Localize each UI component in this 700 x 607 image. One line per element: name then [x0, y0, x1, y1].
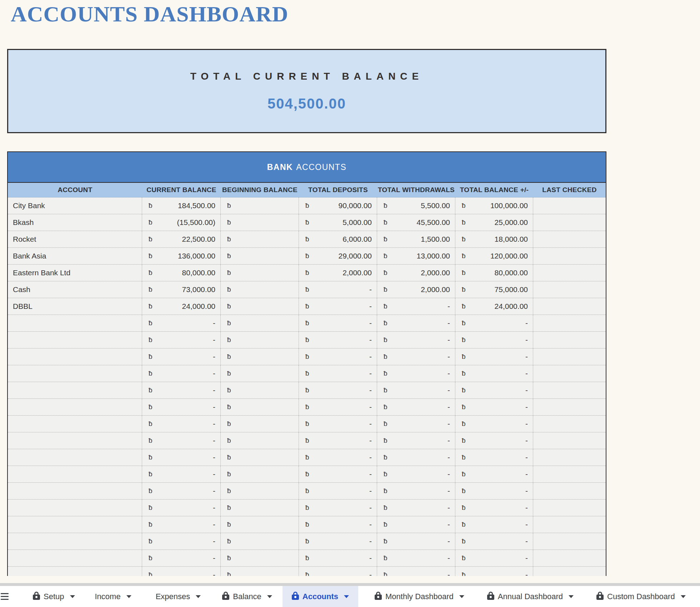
total-withdrawals-cell[interactable]: ƀ- [377, 315, 455, 331]
beginning-balance-cell[interactable]: ƀ [221, 382, 299, 398]
beginning-balance-cell[interactable]: ƀ [221, 466, 299, 482]
total-withdrawals-cell[interactable]: ƀ2,000.00 [377, 281, 455, 298]
last-checked-cell[interactable] [533, 500, 606, 516]
total-balance-cell[interactable]: ƀ- [455, 416, 533, 432]
account-cell[interactable]: Cash [8, 281, 142, 298]
last-checked-cell[interactable] [533, 248, 606, 264]
last-checked-cell[interactable] [533, 332, 606, 348]
total-deposits-cell[interactable]: ƀ- [299, 500, 377, 516]
account-cell[interactable] [8, 348, 142, 365]
total-deposits-cell[interactable]: ƀ90,000.00 [299, 197, 377, 214]
total-deposits-cell[interactable]: ƀ2,000.00 [299, 265, 377, 281]
current-balance-cell[interactable]: ƀ22,500.00 [142, 231, 221, 247]
tab-income[interactable]: Income [94, 586, 133, 607]
total-withdrawals-cell[interactable]: ƀ- [377, 500, 455, 516]
total-withdrawals-cell[interactable]: ƀ5,500.00 [377, 197, 455, 214]
beginning-balance-cell[interactable]: ƀ [221, 432, 299, 449]
total-deposits-cell[interactable]: ƀ- [299, 483, 377, 499]
tab-custom-dashboard[interactable]: Custom Dashboard [595, 586, 687, 607]
account-cell[interactable] [8, 516, 142, 533]
account-cell[interactable]: Rocket [8, 231, 142, 247]
total-withdrawals-cell[interactable]: ƀ13,000.00 [377, 248, 455, 264]
total-deposits-cell[interactable]: ƀ- [299, 432, 377, 449]
last-checked-cell[interactable] [533, 348, 606, 365]
last-checked-cell[interactable] [533, 231, 606, 247]
chevron-down-icon[interactable] [126, 595, 131, 598]
total-withdrawals-cell[interactable]: ƀ1,500.00 [377, 231, 455, 247]
current-balance-cell[interactable]: ƀ- [142, 416, 221, 432]
account-cell[interactable] [8, 466, 142, 482]
beginning-balance-cell[interactable]: ƀ [221, 197, 299, 214]
total-balance-cell[interactable]: ƀ100,000.00 [455, 197, 533, 214]
total-deposits-cell[interactable]: ƀ- [299, 298, 377, 315]
total-deposits-cell[interactable]: ƀ- [299, 399, 377, 415]
last-checked-cell[interactable] [533, 432, 606, 449]
beginning-balance-cell[interactable]: ƀ [221, 449, 299, 466]
last-checked-cell[interactable] [533, 466, 606, 482]
chevron-down-icon[interactable] [569, 595, 574, 598]
last-checked-cell[interactable] [533, 567, 606, 576]
total-deposits-cell[interactable]: ƀ- [299, 567, 377, 576]
total-withdrawals-cell[interactable]: ƀ- [377, 332, 455, 348]
current-balance-cell[interactable]: ƀ- [142, 483, 221, 499]
total-deposits-cell[interactable]: ƀ- [299, 315, 377, 331]
all-sheets-menu-icon[interactable] [1, 593, 9, 600]
tab-annual-dashboard[interactable]: Annual Dashboard [486, 586, 575, 607]
last-checked-cell[interactable] [533, 416, 606, 432]
total-deposits-cell[interactable]: ƀ- [299, 550, 377, 566]
current-balance-cell[interactable]: ƀ- [142, 399, 221, 415]
tab-monthly-dashboard[interactable]: Monthly Dashboard [373, 586, 466, 607]
account-cell[interactable] [8, 365, 142, 382]
beginning-balance-cell[interactable]: ƀ [221, 550, 299, 566]
total-deposits-cell[interactable]: ƀ- [299, 466, 377, 482]
total-balance-cell[interactable]: ƀ120,000.00 [455, 248, 533, 264]
total-deposits-cell[interactable]: ƀ29,000.00 [299, 248, 377, 264]
total-withdrawals-cell[interactable]: ƀ- [377, 516, 455, 533]
header-beginning-balance[interactable]: BEGINNING BALANCE [221, 183, 299, 197]
tab-balance[interactable]: Balance [221, 586, 274, 607]
account-cell[interactable] [8, 416, 142, 432]
total-balance-cell[interactable]: ƀ- [455, 483, 533, 499]
beginning-balance-cell[interactable]: ƀ [221, 416, 299, 432]
beginning-balance-cell[interactable]: ƀ [221, 483, 299, 499]
account-cell[interactable]: Eastern Bank Ltd [8, 265, 142, 281]
last-checked-cell[interactable] [533, 214, 606, 231]
total-withdrawals-cell[interactable]: ƀ- [377, 533, 455, 550]
header-total-deposits[interactable]: TOTAL DEPOSITS [299, 183, 377, 197]
horizontal-scrollbar-track[interactable] [0, 583, 700, 586]
current-balance-cell[interactable]: ƀ- [142, 500, 221, 516]
chevron-down-icon[interactable] [344, 595, 349, 598]
total-balance-cell[interactable]: ƀ75,000.00 [455, 281, 533, 298]
last-checked-cell[interactable] [533, 483, 606, 499]
current-balance-cell[interactable]: ƀ- [142, 466, 221, 482]
total-balance-cell[interactable]: ƀ25,000.00 [455, 214, 533, 231]
chevron-down-icon[interactable] [196, 595, 201, 598]
total-deposits-cell[interactable]: ƀ- [299, 449, 377, 466]
tab-setup[interactable]: Setup [31, 586, 76, 607]
current-balance-cell[interactable]: ƀ80,000.00 [142, 265, 221, 281]
beginning-balance-cell[interactable]: ƀ [221, 315, 299, 331]
account-cell[interactable] [8, 567, 142, 576]
total-withdrawals-cell[interactable]: ƀ- [377, 382, 455, 398]
total-deposits-cell[interactable]: ƀ6,000.00 [299, 231, 377, 247]
beginning-balance-cell[interactable]: ƀ [221, 500, 299, 516]
last-checked-cell[interactable] [533, 315, 606, 331]
total-balance-cell[interactable]: ƀ- [455, 466, 533, 482]
current-balance-cell[interactable]: ƀ- [142, 315, 221, 331]
total-balance-cell[interactable]: ƀ- [455, 348, 533, 365]
total-balance-cell[interactable]: ƀ- [455, 567, 533, 576]
current-balance-cell[interactable]: ƀ- [142, 432, 221, 449]
beginning-balance-cell[interactable]: ƀ [221, 298, 299, 315]
beginning-balance-cell[interactable]: ƀ [221, 516, 299, 533]
last-checked-cell[interactable] [533, 265, 606, 281]
total-deposits-cell[interactable]: ƀ- [299, 332, 377, 348]
chevron-down-icon[interactable] [681, 595, 686, 598]
account-cell[interactable] [8, 332, 142, 348]
current-balance-cell[interactable]: ƀ- [142, 533, 221, 550]
current-balance-cell[interactable]: ƀ- [142, 365, 221, 382]
account-cell[interactable] [8, 550, 142, 566]
header-total-balance[interactable]: TOTAL BALANCE +/- [455, 183, 533, 197]
total-withdrawals-cell[interactable]: ƀ- [377, 348, 455, 365]
current-balance-cell[interactable]: ƀ- [142, 332, 221, 348]
total-deposits-cell[interactable]: ƀ- [299, 533, 377, 550]
